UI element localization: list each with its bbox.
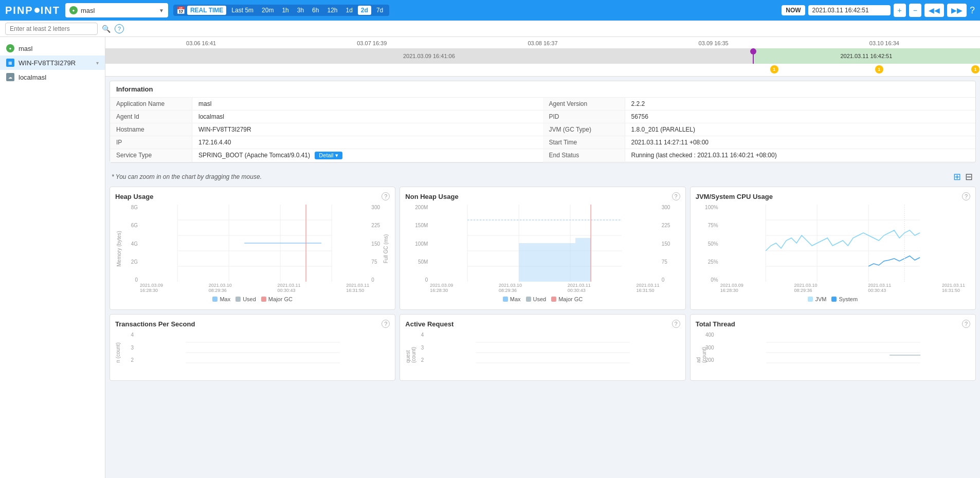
detail-button[interactable]: Detail ▾ xyxy=(315,152,342,159)
sidebar-item-localmasl[interactable]: ☁ localmasl xyxy=(0,70,105,84)
nonheap-y-right: 300225150750 xyxy=(662,205,680,283)
active-request-card: Active Request ? 432 quest (count) xyxy=(400,314,685,381)
cpu-usage-help[interactable]: ? xyxy=(962,192,970,200)
logo: PINPINT xyxy=(5,5,60,16)
info-row-jvmgc: JVM (GC Type) 1.8.0_201 (PARALLEL) xyxy=(543,123,976,136)
value-hostname: WIN-FV8TT3I279R xyxy=(192,123,543,136)
value-servicetype: SPRING_BOOT (Apache Tomcat/9.0.41) Detai… xyxy=(192,149,543,162)
minus-button[interactable]: − xyxy=(909,4,921,17)
grid-3col-btn[interactable]: ⊟ xyxy=(964,170,974,183)
info-title: Information xyxy=(110,81,975,98)
now-button[interactable]: NOW xyxy=(782,5,805,15)
cpu-legend-jvm: JVM xyxy=(808,296,826,302)
nonheap-legend-used-dot xyxy=(526,297,531,302)
timeline-cursor-dot xyxy=(750,48,756,54)
20m-btn[interactable]: 20m xyxy=(259,6,277,15)
heap-legend: Max Used Major GC xyxy=(115,296,390,302)
timeline-bar[interactable]: 2021.03.09 16:41:06 2021.03.11 16:42:51 xyxy=(105,48,980,64)
1h-btn[interactable]: 1h xyxy=(279,6,292,15)
total-thread-help[interactable]: ? xyxy=(962,320,970,328)
2d-btn[interactable]: 2d xyxy=(358,6,371,15)
nonheap-chart-svg xyxy=(430,205,659,282)
info-row-starttime: Start Time 2021.03.11 14:27:11 +08:00 xyxy=(543,136,976,149)
label-pid: PID xyxy=(543,111,625,123)
help-circle[interactable]: ? xyxy=(115,24,124,33)
timeline-label-4: 03.09 16:35 xyxy=(699,40,729,46)
info-grid: Application Name masl Agent Id localmasl… xyxy=(110,98,975,162)
active-request-help[interactable]: ? xyxy=(672,320,680,328)
cpu-usage-card: JVM/System CPU Usage ? 100%75%50%25%0% xyxy=(690,187,976,310)
legend-used-label: Used xyxy=(243,296,256,302)
info-row-hostname: Hostname WIN-FV8TT3I279R xyxy=(110,123,543,136)
help-button[interactable]: ? xyxy=(970,5,975,16)
app-icon: ● xyxy=(69,6,78,14)
agent-icon: ☁ xyxy=(6,73,14,81)
tps-help[interactable]: ? xyxy=(382,320,390,328)
forward-button[interactable]: ▶▶ xyxy=(947,4,967,17)
grid-2col-btn[interactable]: ⊞ xyxy=(952,170,962,183)
tps-card: Transactions Per Second ? 432 n (count) xyxy=(110,314,395,381)
label-jvmgc: JVM (GC Type) xyxy=(543,123,625,136)
info-row-pid: PID 56756 xyxy=(543,111,976,123)
legend-majorgc-label: Major GC xyxy=(268,296,293,302)
chevron-down-icon: ▼ xyxy=(159,8,164,13)
timeline-label-3: 03.08 16:37 xyxy=(528,40,557,46)
cpu-chart-svg xyxy=(720,205,965,282)
realtime-btn[interactable]: REAL TIME xyxy=(187,6,226,15)
legend-max-dot xyxy=(212,297,217,302)
heap-y-label: Memory (bytes) xyxy=(116,231,122,266)
last5m-btn[interactable]: Last 5m xyxy=(228,6,257,15)
legend-majorgc-dot xyxy=(261,297,266,302)
cpu-legend-jvm-label: JVM xyxy=(815,296,826,302)
cpu-usage-title: JVM/System CPU Usage xyxy=(696,193,773,200)
nonheap-legend-max-label: Max xyxy=(510,296,521,302)
1d-btn[interactable]: 1d xyxy=(343,6,356,15)
nonheap-y-left: 200M150M100M50M0 xyxy=(405,205,428,283)
cpu-y-left: 100%75%50%25%0% xyxy=(696,205,718,283)
sidebar-item-masl[interactable]: ● masl xyxy=(0,41,105,56)
tt-y-label: ad (count) xyxy=(696,342,707,363)
server-icon: ▦ xyxy=(6,59,14,67)
rewind-button[interactable]: ◀◀ xyxy=(924,4,944,17)
app-status-icon: ● xyxy=(6,44,14,52)
nonheap-legend-majorgc-dot xyxy=(551,297,556,302)
label-hostname: Hostname xyxy=(110,123,192,136)
cpu-legend-system-dot xyxy=(831,297,837,302)
cpu-legend-system-label: System xyxy=(839,296,858,302)
6h-btn[interactable]: 6h xyxy=(309,6,322,15)
3h-btn[interactable]: 3h xyxy=(294,6,307,15)
tt-chart-svg xyxy=(716,332,970,373)
value-agentid: localmasl xyxy=(192,111,543,123)
layout-buttons: ⊞ ⊟ xyxy=(952,170,974,183)
app-selector-text: masl xyxy=(81,7,156,14)
heap-usage-help[interactable]: ? xyxy=(382,192,390,200)
7d-btn[interactable]: 7d xyxy=(373,6,386,15)
cpu-legend: JVM System xyxy=(696,296,970,302)
nonheap-legend-max: Max xyxy=(503,296,521,302)
timeline-indicator-3: 1 xyxy=(971,65,979,73)
info-row-appname: Application Name masl xyxy=(110,98,543,111)
nonheap-legend-used-label: Used xyxy=(533,296,547,302)
app-selector[interactable]: ● masl ▼ xyxy=(65,3,168,17)
label-servicetype: Service Type xyxy=(110,149,192,162)
non-heap-usage-help[interactable]: ? xyxy=(672,192,680,200)
active-request-header: Active Request ? xyxy=(405,320,680,328)
timeline-past-label: 2021.03.09 16:41:06 xyxy=(403,53,455,59)
12h-btn[interactable]: 12h xyxy=(324,6,340,15)
nonheap-legend-used: Used xyxy=(526,296,547,302)
tps-y-label: n (count) xyxy=(115,342,121,362)
info-col-left: Application Name masl Agent Id localmasl… xyxy=(110,98,543,162)
datetime-input[interactable] xyxy=(808,5,891,15)
active-request-title: Active Request xyxy=(405,320,453,328)
search-icon[interactable]: 🔍 xyxy=(102,25,111,33)
search-input[interactable] xyxy=(5,23,98,35)
sidebar-item-server[interactable]: ▦ WIN-FV8TT3I279R ▾ xyxy=(0,56,105,70)
timeline-current-label: 2021.03.11 16:42:51 xyxy=(840,53,892,59)
value-pid: 56756 xyxy=(625,111,976,123)
charts-header: * You can zoom in on the chart by draggi… xyxy=(105,167,980,187)
label-agentver: Agent Version xyxy=(543,98,625,110)
plus-button[interactable]: + xyxy=(894,4,906,17)
cpu-legend-system: System xyxy=(831,296,858,302)
charts-hint: * You can zoom in on the chart by draggi… xyxy=(112,173,262,180)
total-thread-title: Total Thread xyxy=(696,320,735,328)
